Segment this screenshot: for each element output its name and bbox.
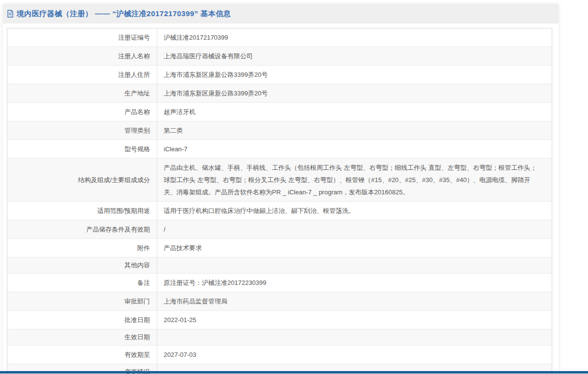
row-value: 超声洁牙机 <box>157 103 552 121</box>
row-value: 2022-01-25 <box>157 311 552 329</box>
row-value: 上海市药品监督管理局 <box>157 292 552 310</box>
row-label-text: 注册证编号 <box>118 33 150 43</box>
row-label-text: 注册人住所 <box>118 70 150 80</box>
row-value <box>157 334 552 340</box>
row-label-text: 批准日期 <box>124 315 150 325</box>
table-row: 注册人住所上海市浦东新区康新公路3399弄20号 <box>7 65 552 84</box>
row-label: 批准日期 <box>7 311 157 329</box>
row-label: 审批部门 <box>7 292 157 310</box>
table-row: 适用范围/预期用途适用于医疗机构口腔临床治疗中做龈上洁治、龈下刮治、根管荡洗。 <box>7 201 552 220</box>
table-row: 注册人名称上海品瑞医疗器械设备有限公司 <box>7 47 552 65</box>
row-value: 上海市浦东新区康新公路3399弄20号 <box>157 84 552 102</box>
row-label: 注册人名称 <box>7 47 157 65</box>
row-label-text: 产品名称 <box>124 107 150 117</box>
row-label-text: 结构及组成/主要组成成分 <box>78 175 150 185</box>
bottom-bar <box>0 371 588 374</box>
row-label: 生产地址 <box>7 84 157 102</box>
row-label-text: 注册人名称 <box>118 51 150 61</box>
row-label: 有效期至 <box>7 346 157 364</box>
row-value: 产品由主机、储水罐、手柄、手柄线、工作头（包括根周工作头 左弯型、右弯型；细线工… <box>157 159 552 201</box>
row-label: 其他内容 <box>7 257 157 273</box>
row-label-text: 其他内容 <box>124 260 150 270</box>
row-label-text: 审批部门 <box>124 297 150 306</box>
table-row: 生效日期 <box>7 329 552 345</box>
row-label-text: 生效日期 <box>124 332 150 342</box>
row-label: 生效日期 <box>7 329 157 345</box>
row-label-text: 产品储存条件及有效期 <box>86 225 150 234</box>
page-container: 境内医疗器械（注册） —— “沪械注准20172170399” 基本信息 注册证… <box>3 4 559 374</box>
table-row: 附件产品技术要求 <box>7 238 552 257</box>
table-row: 产品储存条件及有效期/ <box>7 220 552 238</box>
table-row: 备注原注册证号：沪械注准20172230399 <box>7 273 552 292</box>
row-value: / <box>157 220 552 238</box>
table-row: 注册证编号沪械注准20172170399 <box>7 28 552 47</box>
row-value: 2027-07-03 <box>157 346 552 364</box>
row-label: 管理类别 <box>7 121 157 140</box>
table-row: 审批部门上海市药品监督管理局 <box>7 292 552 310</box>
row-label-text: 备注 <box>137 278 150 288</box>
row-label-text: 型号规格 <box>124 144 150 154</box>
table-row: 有效期至2027-07-03 <box>7 345 552 364</box>
row-label-text: 适用范围/预期用途 <box>97 206 150 216</box>
row-label: 产品储存条件及有效期 <box>7 220 157 238</box>
info-table: 注册证编号沪械注准20172170399注册人名称上海品瑞医疗器械设备有限公司注… <box>7 28 552 374</box>
row-value: 第二类 <box>157 121 552 140</box>
row-value: 产品技术要求 <box>157 239 552 257</box>
row-label: 注册证编号 <box>7 28 157 47</box>
table-row: 生产地址上海市浦东新区康新公路3399弄20号 <box>7 84 552 102</box>
table-row: 结构及组成/主要组成成分产品由主机、储水罐、手柄、手柄线、工作头（包括根周工作头… <box>7 158 552 201</box>
row-value: 上海品瑞医疗器械设备有限公司 <box>157 47 552 65</box>
row-label: 型号规格 <box>7 140 157 158</box>
row-value: 沪械注准20172170399 <box>157 28 552 47</box>
row-label: 适用范围/预期用途 <box>7 202 157 220</box>
row-value: 适用于医疗机构口腔临床治疗中做龈上洁治、龈下刮治、根管荡洗。 <box>157 202 552 220</box>
row-value <box>157 262 552 268</box>
row-value: 上海市浦东新区康新公路3399弄20号 <box>157 66 552 84</box>
table-row: 管理类别第二类 <box>7 121 552 140</box>
row-label-text: 附件 <box>137 243 150 253</box>
row-label: 附件 <box>7 239 157 257</box>
row-label: 备注 <box>7 274 157 292</box>
row-value: iClean-7 <box>157 140 552 158</box>
table-row: 产品名称超声洁牙机 <box>7 102 552 121</box>
table-row: 批准日期2022-01-25 <box>7 310 552 329</box>
page-title: 境内医疗器械（注册） —— “沪械注准20172170399” 基本信息 <box>17 9 231 19</box>
section-header: 境内医疗器械（注册） —— “沪械注准20172170399” 基本信息 <box>3 4 559 23</box>
document-icon <box>7 10 14 18</box>
table-row: 型号规格iClean-7 <box>7 140 552 158</box>
table-row: 其他内容 <box>7 257 552 273</box>
row-label-text: 生产地址 <box>124 89 150 98</box>
row-label: 结构及组成/主要组成成分 <box>7 159 157 201</box>
row-label-text: 有效期至 <box>124 350 150 360</box>
row-label: 注册人住所 <box>7 66 157 84</box>
row-label-text: 管理类别 <box>124 126 150 136</box>
row-value: 原注册证号：沪械注准20172230399 <box>157 274 552 292</box>
row-label: 产品名称 <box>7 103 157 121</box>
